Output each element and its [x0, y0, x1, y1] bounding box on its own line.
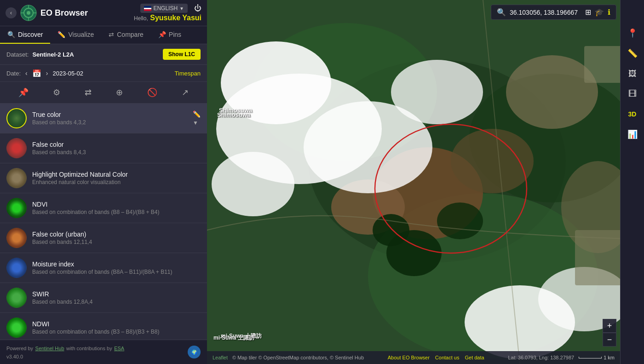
layer-item-false-urban[interactable]: False color (urban) Based on bands 12,11… — [0, 223, 207, 253]
svg-point-15 — [212, 152, 294, 216]
layer-name-ndvi: NDVI — [32, 201, 201, 208]
chevron-down-icon: ▼ — [179, 6, 184, 11]
show-l1c-button[interactable]: Show L1C — [163, 49, 201, 60]
app-header: ‹ EO Browser ENGLISH ▼ ⏻ — [0, 0, 207, 26]
layer-name-true-color: True color — [32, 111, 187, 118]
top-right-icons — [620, 0, 644, 22]
layer-desc-ndwi: Based on combination of bands (B3 – B8)/… — [32, 329, 201, 335]
visualize-label: Visualize — [68, 31, 94, 38]
svg-point-25 — [27, 11, 30, 15]
tab-discover[interactable]: 🔍 Discover — [0, 26, 50, 44]
back-button[interactable]: ‹ — [6, 7, 17, 18]
layer-desc-natural: Enhanced natural color visualization — [32, 179, 201, 185]
layer-item-false-color[interactable]: False color Based on bands 8,4,3 — [0, 133, 207, 163]
layer-item-natural[interactable]: Highlight Optimized Natural Color Enhanc… — [0, 163, 207, 193]
date-label: Date: — [6, 70, 21, 77]
tab-visualize[interactable]: ✏️ Visualize — [50, 26, 101, 44]
calendar-button[interactable]: 📅 — [32, 69, 41, 78]
layer-thumb-false-urban — [6, 228, 27, 248]
date-next-button[interactable]: › — [44, 69, 50, 78]
layer-item-moisture[interactable]: Moisture index Based on combination of b… — [0, 253, 207, 283]
layer-item-swir[interactable]: SWIR Based on bands 12,8A,4 — [0, 283, 207, 313]
image-button[interactable]: 🖼 — [623, 64, 642, 83]
layer-item-ndwi[interactable]: NDWI Based on combination of bands (B3 –… — [0, 313, 207, 340]
zoom-out-button[interactable]: − — [603, 333, 616, 347]
sidebar: ‹ EO Browser ENGLISH ▼ ⏻ — [0, 0, 207, 364]
layer-name-false-color: False color — [32, 141, 201, 148]
transfer-tool-button[interactable]: ⇄ — [81, 86, 95, 99]
layer-info-false-color: False color Based on bands 8,4,3 — [32, 141, 201, 156]
powered-by-text: Powered by — [6, 346, 33, 351]
get-data-link[interactable]: Get data — [465, 355, 484, 360]
3d-button[interactable]: 3D — [623, 105, 642, 123]
layer-info-moisture: Moisture index Based on combination of b… — [32, 260, 201, 275]
zoom-in-button[interactable]: + — [603, 319, 616, 333]
layer-list: True color Based on bands 4,3,2 ✏️ ▼ Fal… — [0, 104, 207, 340]
layer-info-false-urban: False color (urban) Based on bands 12,11… — [32, 231, 201, 245]
layer-thumb-ndwi — [6, 318, 27, 338]
settings-tool-button[interactable]: ⚙ — [49, 86, 64, 99]
timespan-button[interactable]: Timespan — [174, 70, 201, 77]
location-button[interactable]: 📍 — [623, 24, 642, 42]
pins-icon: 📌 — [158, 31, 166, 38]
coords-box[interactable]: 🔍 36.103056, 138.196667 ⊞ 🎓 ℹ — [491, 5, 616, 20]
scale-bar: 1 km — [579, 355, 615, 360]
flag-icon — [144, 6, 151, 11]
language-label: ENGLISH — [153, 5, 178, 12]
layer-info-true-color: True color Based on bands 4,3,2 — [32, 111, 187, 126]
layers-icon: ⊞ — [585, 8, 591, 17]
layer-name-ndwi: NDWI — [32, 320, 201, 328]
user-greeting: Hello, Syusuke Yasui — [134, 14, 201, 22]
date-prev-button[interactable]: ‹ — [23, 69, 29, 78]
layer-thumb-natural — [6, 168, 27, 188]
layer-thumb-moisture — [6, 258, 27, 278]
layer-name-moisture: Moisture index — [32, 260, 201, 268]
layer-info-ndwi: NDWI Based on combination of bands (B3 –… — [32, 320, 201, 335]
layer-info-ndvi: NDVI Based on combination of bands (B8 –… — [32, 201, 201, 215]
layer-desc-ndvi: Based on combination of bands (B8 – B4)/… — [32, 209, 201, 215]
language-button[interactable]: ENGLISH ▼ — [140, 4, 188, 13]
layer-info-swir: SWIR Based on bands 12,8A,4 — [32, 290, 201, 305]
power-button[interactable]: ⏻ — [194, 4, 201, 12]
graduation-icon: 🎓 — [595, 8, 604, 17]
bottom-coordinates: Lat: 36.0793, Lng: 138.27987 — [508, 355, 574, 360]
sentinel-hub-link[interactable]: Sentinel Hub — [35, 346, 64, 351]
layer-expand-button-true-color[interactable]: ▼ — [193, 120, 201, 126]
chart-button[interactable]: 📊 — [623, 125, 642, 144]
layer-item-ndvi[interactable]: NDVI Based on combination of bands (B8 –… — [0, 193, 207, 223]
contact-link[interactable]: Contact us — [435, 355, 460, 360]
pin-tool-button[interactable]: 📌 — [15, 86, 32, 99]
layer-item-true-color[interactable]: True color Based on bands 4,3,2 ✏️ ▼ — [0, 104, 207, 133]
svg-point-7 — [451, 129, 534, 193]
layer-thumb-false-color — [6, 138, 27, 158]
pins-label: Pins — [169, 31, 181, 38]
dataset-label: Dataset: — [6, 51, 29, 58]
leaflet-link[interactable]: Leaflet — [213, 355, 228, 360]
discover-icon: 🔍 — [7, 31, 15, 38]
info-icon: ℹ — [608, 8, 610, 17]
tab-pins[interactable]: 📌 Pins — [151, 26, 189, 44]
map-area[interactable]: Shimosuwa mi-Suwa 上諏訪 — [207, 0, 644, 364]
map-bottombar: Leaflet © Map tiler © OpenStreetMap cont… — [207, 351, 620, 364]
target-tool-button[interactable]: ⊕ — [112, 86, 126, 99]
sidebar-footer: Powered by Sentinel Hub with contributio… — [0, 340, 207, 364]
esa-link[interactable]: ESA — [114, 346, 124, 351]
layer-info-natural: Highlight Optimized Natural Color Enhanc… — [32, 171, 201, 185]
dataset-row: Dataset: Sentinel-2 L2A Show L1C — [0, 44, 207, 65]
film-button[interactable]: 🎞 — [623, 85, 642, 103]
layer-thumb-ndvi — [6, 198, 27, 218]
map-attribution: © Map tiler © OpenStreetMap contributors… — [232, 355, 364, 360]
app-logo — [20, 5, 37, 21]
layer-desc-true-color: Based on bands 4,3,2 — [32, 119, 187, 126]
share-tool-button[interactable]: ↗ — [178, 86, 192, 99]
hide-tool-button[interactable]: 🚫 — [144, 86, 161, 99]
date-row: Date: ‹ 📅 › 2023-05-02 Timespan — [0, 65, 207, 82]
ruler-button[interactable]: 📏 — [623, 44, 642, 63]
tab-compare[interactable]: ⇄ Compare — [101, 26, 151, 44]
right-panel: 🏠 📍 📏 🖼 🎞 3D 📊 — [620, 0, 644, 364]
layer-name-natural: Highlight Optimized Natural Color — [32, 171, 201, 178]
layer-actions-true-color: ✏️ ▼ — [193, 110, 201, 126]
layer-edit-button-true-color[interactable]: ✏️ — [193, 110, 201, 118]
nav-tabs: 🔍 Discover ✏️ Visualize ⇄ Compare 📌 Pins — [0, 26, 207, 44]
about-link[interactable]: About EO Browser — [388, 355, 430, 360]
